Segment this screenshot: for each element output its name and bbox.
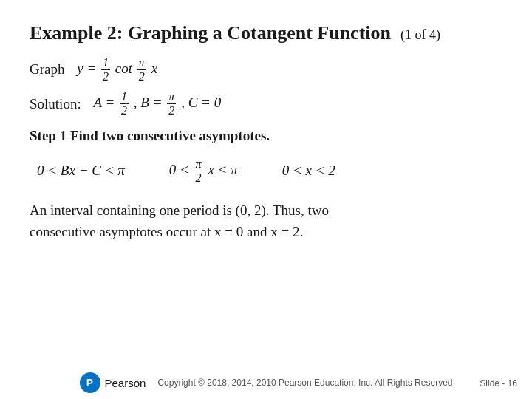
step1-text: Step 1 Find two consecutive asymptotes. (30, 128, 270, 143)
interval-text: An interval containing one period is (0,… (30, 200, 502, 242)
step1-label: Step 1 Find two consecutive asymptotes. (30, 128, 502, 144)
expr-2: 0 < π 2 x < π (169, 157, 238, 185)
graph-line: Graph y = 1 2 cot π 2 x (30, 56, 502, 83)
pearson-icon: P (80, 372, 100, 393)
graph-equation: y = 1 2 cot π 2 x (77, 56, 157, 83)
asymptote-row: 0 < Bx − C < π 0 < π 2 x < π 0 < x < 2 (30, 157, 502, 185)
footer: P Pearson Copyright © 2018, 2014, 2010 P… (0, 366, 532, 399)
title-paren: (1 of 4) (400, 27, 440, 42)
expr-3: 0 < x < 2 (282, 163, 335, 179)
pearson-logo: P Pearson (80, 372, 146, 393)
solution-line: Solution: A = 1 2 , B = π 2 , C = 0 (30, 90, 502, 117)
graph-label: Graph (30, 61, 64, 78)
expr-1: 0 < Bx − C < π (37, 163, 125, 179)
interval-text-1: An interval containing one period is (0,… (30, 202, 329, 218)
slide-number: Slide - 16 (480, 378, 517, 389)
title-main: Example 2: Graphing a Cotangent Function (30, 22, 391, 44)
slide-container: Example 2: Graphing a Cotangent Function… (0, 0, 532, 399)
slide-title: Example 2: Graphing a Cotangent Function… (30, 21, 502, 46)
solution-values: A = 1 2 , B = π 2 , C = 0 (93, 90, 221, 117)
solution-label: Solution: (30, 96, 81, 112)
pearson-label: Pearson (105, 377, 146, 389)
copyright-text: Copyright © 2018, 2014, 2010 Pearson Edu… (157, 378, 452, 388)
interval-text-2: consecutive asymptotes occur at x = 0 an… (30, 224, 303, 239)
